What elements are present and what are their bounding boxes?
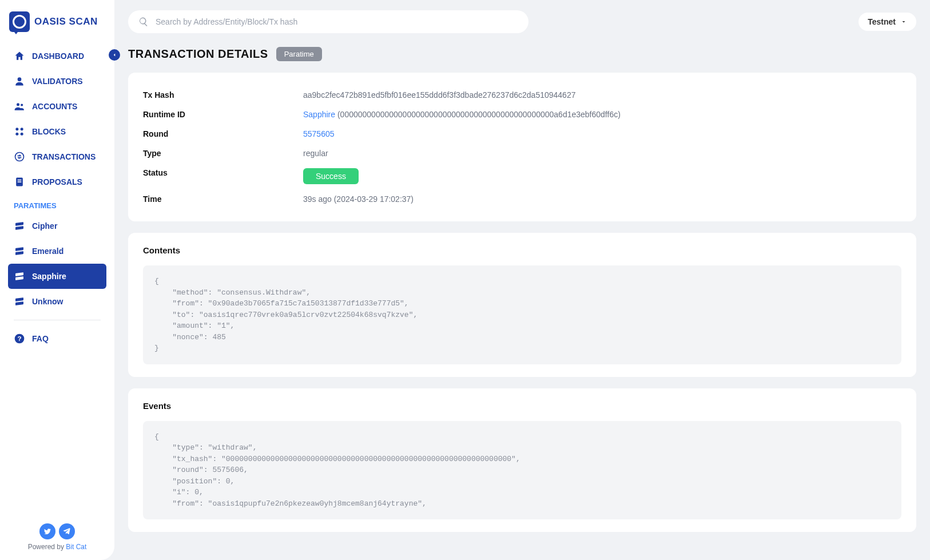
svg-rect-10 xyxy=(18,181,22,182)
divider xyxy=(14,320,101,320)
events-code: { "type": "withdraw", "tx_hash": "000000… xyxy=(143,421,901,520)
round-link[interactable]: 5575605 xyxy=(303,129,335,138)
label-time: Time xyxy=(143,194,303,204)
main-content: Testnet TRANSACTION DETAILS Paratime Tx … xyxy=(114,0,930,560)
bitcat-link[interactable]: Bit Cat xyxy=(66,543,86,551)
events-card: Events { "type": "withdraw", "tx_hash": … xyxy=(128,388,916,533)
search-box[interactable] xyxy=(128,10,528,33)
twitter-icon xyxy=(43,527,51,535)
main-nav: DASHBOARD VALIDATORS ACCOUNTS BLOCKS xyxy=(0,43,114,351)
nav-label: Unknow xyxy=(32,297,63,306)
users-icon xyxy=(14,101,25,112)
value-type: regular xyxy=(303,149,328,158)
svg-point-6 xyxy=(21,133,23,136)
powered-by: Powered by Bit Cat xyxy=(0,543,114,551)
doc-icon xyxy=(14,176,25,188)
nav-label: VALIDATORS xyxy=(32,77,83,86)
sidebar-item-cipher[interactable]: Cipher xyxy=(8,213,106,239)
chevron-left-icon xyxy=(112,52,117,58)
sidebar-item-blocks[interactable]: BLOCKS xyxy=(8,119,106,144)
svg-point-5 xyxy=(15,133,18,136)
svg-rect-9 xyxy=(18,180,22,181)
nav-label: Emerald xyxy=(32,247,63,256)
svg-point-1 xyxy=(17,103,19,106)
twitter-link[interactable] xyxy=(39,523,55,539)
contents-code: { "method": "consensus.Withdraw", "from"… xyxy=(143,265,901,364)
paratime-badge: Paratime xyxy=(276,47,322,61)
svg-point-2 xyxy=(21,104,23,106)
page-header: TRANSACTION DETAILS Paratime xyxy=(128,47,916,61)
logo-icon xyxy=(9,11,30,32)
nav-label: PROPOSALS xyxy=(32,177,82,186)
topbar: Testnet xyxy=(128,10,916,33)
label-runtime: Runtime ID xyxy=(143,110,303,119)
value-txhash: aa9bc2fec472b891ed5fbf016ee155ddd6f3f3db… xyxy=(303,90,575,100)
tx-detail-card: Tx Hash aa9bc2fec472b891ed5fbf016ee155dd… xyxy=(128,73,916,221)
network-select[interactable]: Testnet xyxy=(859,13,916,31)
svg-point-4 xyxy=(21,128,23,130)
telegram-icon xyxy=(63,527,71,535)
contents-title: Contents xyxy=(143,245,901,255)
logo[interactable]: OASIS SCAN xyxy=(0,11,114,43)
label-round: Round xyxy=(143,129,303,138)
layers-icon xyxy=(14,296,25,307)
help-icon: ? xyxy=(14,333,25,344)
sidebar-item-unknow[interactable]: Unknow xyxy=(8,289,106,314)
svg-point-0 xyxy=(18,77,22,81)
svg-point-7 xyxy=(15,153,24,161)
nav-label: FAQ xyxy=(32,334,49,343)
search-input[interactable] xyxy=(156,17,518,26)
home-icon xyxy=(14,50,25,62)
sidebar-item-dashboard[interactable]: DASHBOARD xyxy=(8,43,106,69)
nav-label: ACCOUNTS xyxy=(32,102,77,111)
sidebar-item-transactions[interactable]: TRANSACTIONS xyxy=(8,144,106,169)
runtime-link[interactable]: Sapphire xyxy=(303,110,335,119)
nav-label: Sapphire xyxy=(32,272,66,281)
page-title: TRANSACTION DETAILS xyxy=(128,47,268,61)
sidebar-item-emerald[interactable]: Emerald xyxy=(8,239,106,264)
sidebar-item-sapphire[interactable]: Sapphire xyxy=(8,264,106,289)
user-icon xyxy=(14,76,25,87)
sidebar-item-validators[interactable]: VALIDATORS xyxy=(8,69,106,94)
swap-icon xyxy=(14,151,25,162)
label-txhash: Tx Hash xyxy=(143,90,303,100)
collapse-sidebar-button[interactable] xyxy=(109,49,120,61)
sidebar-item-accounts[interactable]: ACCOUNTS xyxy=(8,94,106,119)
sidebar-item-faq[interactable]: ? FAQ xyxy=(8,326,106,351)
value-time: 39s ago (2024-03-29 17:02:37) xyxy=(303,194,414,204)
label-type: Type xyxy=(143,149,303,158)
sidebar: OASIS SCAN DASHBOARD VALIDATORS xyxy=(0,0,114,560)
logo-text: OASIS SCAN xyxy=(34,16,98,27)
nav-label: TRANSACTIONS xyxy=(32,152,96,161)
label-status: Status xyxy=(143,168,303,184)
chevron-down-icon xyxy=(900,18,907,25)
nav-label: DASHBOARD xyxy=(32,51,84,61)
cubes-icon xyxy=(14,126,25,137)
layers-icon xyxy=(14,220,25,232)
telegram-link[interactable] xyxy=(59,523,75,539)
svg-point-3 xyxy=(15,128,18,130)
nav-label: Cipher xyxy=(32,221,57,231)
sidebar-item-proposals[interactable]: PROPOSALS xyxy=(8,169,106,194)
contents-card: Contents { "method": "consensus.Withdraw… xyxy=(128,233,916,377)
runtime-id: (000000000000000000000000000000000000000… xyxy=(335,110,621,119)
network-selected: Testnet xyxy=(868,17,896,26)
layers-icon xyxy=(14,245,25,257)
svg-text:?: ? xyxy=(17,335,21,342)
layers-icon xyxy=(14,271,25,282)
sidebar-section-paratimes: PARATIMES xyxy=(8,194,106,213)
status-badge: Success xyxy=(303,168,359,184)
events-title: Events xyxy=(143,401,901,411)
sidebar-footer: Powered by Bit Cat xyxy=(0,523,114,551)
search-icon xyxy=(138,17,149,27)
nav-label: BLOCKS xyxy=(32,127,66,136)
value-runtime: Sapphire (000000000000000000000000000000… xyxy=(303,110,621,119)
